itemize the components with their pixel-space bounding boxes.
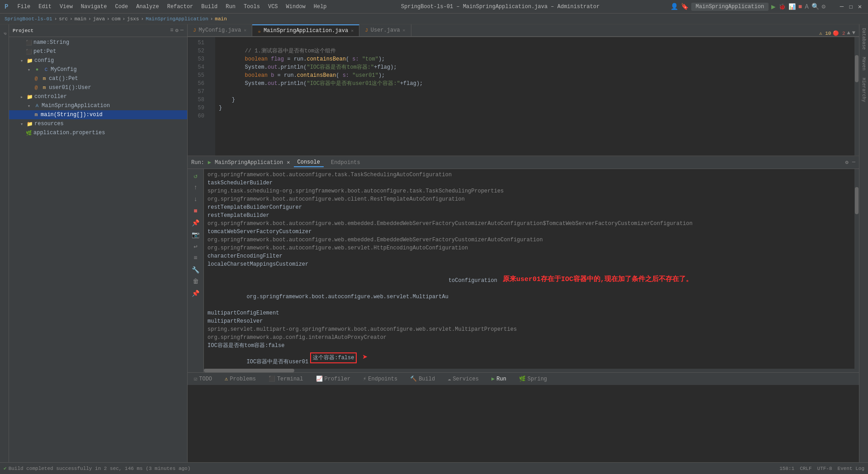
bottom-tab-terminal[interactable]: ⬛ Terminal	[266, 375, 306, 383]
toolbar-icon-1[interactable]: 👤	[670, 3, 678, 10]
tree-item-user01[interactable]: @ m user01():User	[9, 83, 187, 92]
maximize-button[interactable]: ☐	[847, 3, 854, 10]
trash-button[interactable]: 🗑	[191, 277, 201, 286]
minimize-sidebar-icon[interactable]: ─	[180, 27, 184, 34]
settings-icon[interactable]: ⚙	[822, 3, 826, 10]
bottom-tab-run[interactable]: ▶ Run	[489, 375, 509, 383]
tree-item-config[interactable]: ▾ 📁 config	[9, 56, 187, 65]
close-tab-icon[interactable]: ✕	[403, 28, 406, 33]
tree-item-controller[interactable]: ▸ 📁 controller	[9, 92, 187, 101]
bottom-tab-build[interactable]: 🔨 Build	[407, 375, 438, 383]
menu-view[interactable]: View	[56, 3, 76, 11]
menu-vcs[interactable]: VCS	[264, 3, 282, 11]
bottom-tab-todo[interactable]: ☑ TODO	[191, 375, 215, 383]
menu-help[interactable]: Help	[310, 3, 330, 11]
menu-file[interactable]: File	[14, 3, 34, 11]
debug-button[interactable]: 🐞	[778, 3, 786, 10]
tab-mainspring[interactable]: ☕ MainSpringApplication.java ✕	[252, 24, 359, 36]
breadcrumb-item-5[interactable]: jsxs	[127, 16, 139, 22]
tree-item-main-method[interactable]: m main(String[]):void	[9, 110, 187, 119]
menu-window[interactable]: Window	[283, 3, 309, 11]
breadcrumb-item-1[interactable]: src	[59, 16, 68, 22]
translate-icon[interactable]: A	[805, 3, 808, 10]
settings-sidebar-icon[interactable]: ⚙	[175, 27, 179, 34]
tools-button[interactable]: 🔧	[191, 265, 201, 275]
tree-label: resources	[34, 121, 64, 127]
breadcrumb-item-6[interactable]: MainSpringApplication	[146, 16, 208, 22]
search-everywhere[interactable]: 🔍	[811, 3, 819, 10]
minimize-run-icon[interactable]: ─	[852, 159, 855, 166]
project-icon[interactable]: P	[0, 30, 9, 38]
menu-navigate[interactable]: Navigate	[77, 3, 111, 11]
hierarchy-tab[interactable]: Hierarchy	[860, 76, 867, 104]
database-tab[interactable]: Database	[860, 26, 867, 52]
run-config-selector[interactable]: MainSpringApplication	[691, 3, 769, 11]
breadcrumb-item-4[interactable]: com	[112, 16, 121, 22]
console-scrollbar[interactable]	[854, 169, 859, 372]
code-content[interactable]: // 1.测试容器中是否有tom这个组件 boolean flag = run.…	[215, 37, 854, 155]
breadcrumb-item-3[interactable]: java	[93, 16, 105, 22]
close-tab-icon[interactable]: ✕	[351, 28, 354, 33]
scrollbar-thumb[interactable]	[855, 55, 859, 82]
pin-button[interactable]: 📌	[191, 218, 201, 228]
menu-refactor[interactable]: Refactor	[164, 3, 197, 11]
bottom-tab-spring[interactable]: 🌿 Spring	[516, 375, 550, 383]
tab-myconfig[interactable]: J MyConfig.java ✕	[188, 24, 252, 36]
tree-item-name-string[interactable]: ⬛ name:String	[9, 38, 187, 47]
rerun-button[interactable]: ↺	[191, 171, 201, 181]
tree-item-pet[interactable]: ⬛ pet:Pet	[9, 47, 187, 56]
collapse-all-icon[interactable]: ≡	[170, 27, 173, 34]
bottom-tab-endpoints[interactable]: ⚡ Endpoints	[360, 375, 400, 383]
breadcrumb-item-2[interactable]: main	[75, 16, 86, 22]
line-separator[interactable]: CRLF	[800, 466, 811, 471]
bottom-tab-services[interactable]: ☁ Services	[445, 375, 481, 383]
toolbar-icon-2[interactable]: 🔖	[681, 3, 689, 10]
maven-tab[interactable]: Maven	[860, 55, 867, 72]
run-tab-close[interactable]: ✕	[287, 159, 290, 166]
scrollbar-thumb[interactable]	[855, 187, 859, 214]
menu-analyze[interactable]: Analyze	[132, 3, 162, 11]
bottom-tab-profiler[interactable]: 📈 Profiler	[313, 375, 354, 383]
horizontal-scrollbar[interactable]	[204, 369, 854, 372]
console-output[interactable]: org.springframework.boot.autoconfigure.t…	[204, 169, 854, 372]
menu-build[interactable]: Build	[198, 3, 221, 11]
tab-user[interactable]: J User.java ✕	[359, 24, 411, 36]
gear-button[interactable]: ≡	[191, 253, 201, 263]
scroll-up-button[interactable]: ↑	[191, 183, 201, 192]
camera-button[interactable]: 📷	[191, 230, 201, 239]
menu-code[interactable]: Code	[111, 3, 132, 11]
stop-run-button[interactable]: ■	[191, 206, 201, 216]
event-log[interactable]: Event Log	[838, 466, 864, 471]
close-button[interactable]: ✕	[856, 3, 863, 10]
editor-scrollbar[interactable]	[854, 37, 859, 155]
cursor-position[interactable]: 158:1	[779, 466, 794, 471]
h-scrollbar-thumb[interactable]	[204, 369, 294, 372]
menu-tools[interactable]: Tools	[240, 3, 264, 11]
breadcrumb-item-0[interactable]: SpringBoot-ls-01	[5, 16, 52, 22]
breadcrumb-item-7[interactable]: main	[215, 16, 226, 22]
menu-run[interactable]: Run	[222, 3, 239, 11]
up-arrow-icon[interactable]: ▲	[847, 30, 850, 36]
endpoints-tab[interactable]: Endpoints	[327, 159, 364, 167]
pin2-button[interactable]: 📌	[191, 288, 201, 298]
down-arrow-icon[interactable]: ▼	[852, 30, 855, 36]
tree-item-cat[interactable]: @ m cat():Pet	[9, 74, 187, 83]
minimize-button[interactable]: ─	[838, 3, 845, 10]
bottom-tab-problems[interactable]: ⚠ Problems	[222, 375, 259, 383]
run-with-coverage[interactable]: 📊	[788, 3, 796, 10]
scroll-down-button[interactable]: ↓	[191, 194, 201, 204]
tree-item-app-properties[interactable]: 🌿 application.properties	[9, 128, 187, 137]
stop-button[interactable]: ■	[798, 3, 802, 10]
close-tab-icon[interactable]: ✕	[244, 28, 246, 33]
annotation-text: 原来user01存在于IOC容器中的,现在加了条件之后不存在了。	[503, 276, 693, 284]
encoding[interactable]: UTF-8	[817, 466, 832, 471]
console-tab[interactable]: Console	[294, 158, 324, 167]
code-editor[interactable]: 51 52 53 54 55 56 57 58 59 60 // 1.测试容器中…	[188, 37, 859, 155]
menu-edit[interactable]: Edit	[35, 3, 55, 11]
run-button[interactable]: ▶	[771, 2, 776, 11]
tree-item-mainspring[interactable]: ▾ A MainSpringApplication	[9, 101, 187, 110]
tree-item-myconfig[interactable]: ▾ ● C MyConfig	[9, 65, 187, 74]
soft-wrap-button[interactable]: ↩	[191, 241, 201, 251]
settings-run-icon[interactable]: ⚙	[845, 159, 849, 166]
tree-item-resources[interactable]: ▾ 📁 resources	[9, 119, 187, 128]
